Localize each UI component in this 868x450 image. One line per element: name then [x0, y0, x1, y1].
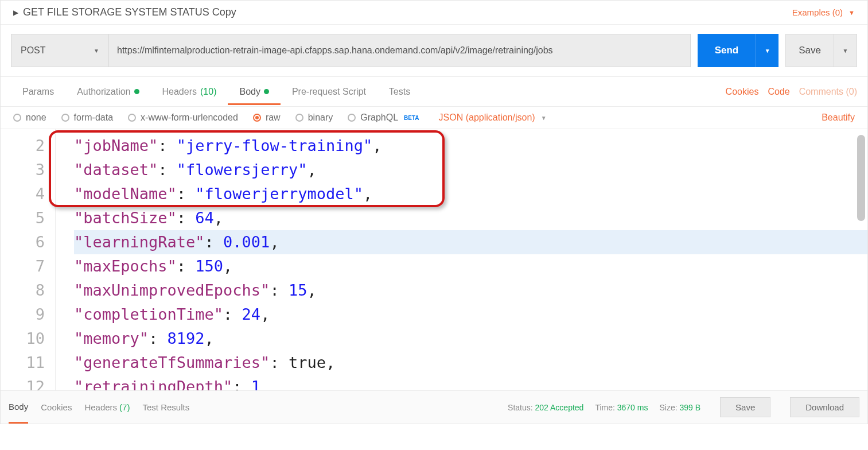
- send-dropdown-button[interactable]: ▼: [756, 34, 779, 67]
- bodytype-xwww[interactable]: x-www-form-urlencoded: [128, 113, 238, 123]
- bodytype-binary[interactable]: binary: [295, 113, 333, 123]
- code-line[interactable]: "generateTfSummaries": true,: [74, 351, 867, 375]
- code-line[interactable]: "retrainingDepth": 1: [74, 375, 867, 390]
- status-value: 202 Accepted: [535, 403, 584, 412]
- bodytype-graphql[interactable]: GraphQLBETA: [348, 113, 419, 123]
- content-type-dropdown[interactable]: JSON (application/json)▼: [439, 113, 547, 123]
- code-link[interactable]: Code: [768, 87, 789, 97]
- tab-params[interactable]: Params: [11, 79, 65, 105]
- status-block: Status: 202 Accepted: [508, 403, 583, 412]
- code-line[interactable]: "learningRate": 0.001,: [74, 230, 867, 254]
- examples-label: Examples (0): [792, 7, 843, 17]
- ftab-cookies[interactable]: Cookies: [41, 391, 72, 424]
- radio-icon: [348, 114, 356, 122]
- beautify-link[interactable]: Beautify: [822, 113, 855, 123]
- indicator-dot-icon: [134, 89, 139, 94]
- bodytype-formdata[interactable]: form-data: [61, 113, 113, 123]
- ftab-body[interactable]: Body: [9, 391, 28, 424]
- send-button[interactable]: Send: [698, 34, 756, 67]
- tab-label: Headers: [162, 87, 197, 97]
- code-line[interactable]: "completionTime": 24,: [74, 302, 867, 327]
- radio-label: x-www-form-urlencoded: [141, 113, 238, 123]
- indicator-dot-icon: [264, 89, 269, 94]
- ftab-tests[interactable]: Test Results: [142, 391, 189, 424]
- request-tabs: Params Authorization Headers (10) Body P…: [1, 77, 867, 107]
- chevron-down-icon: ▼: [541, 115, 547, 121]
- code-line[interactable]: "dataset": "flowersjerry",: [74, 158, 867, 182]
- radio-icon: [253, 114, 261, 122]
- tab-prerequest[interactable]: Pre-request Script: [281, 79, 377, 105]
- save-button[interactable]: Save: [785, 34, 834, 67]
- comments-link[interactable]: Comments (0): [799, 87, 857, 97]
- code-line[interactable]: "batchSize": 64,: [74, 206, 867, 230]
- response-footer: Body Cookies Headers (7) Test Results St…: [1, 390, 867, 424]
- tab-headers[interactable]: Headers (10): [151, 79, 228, 105]
- chevron-down-icon: ▼: [843, 48, 848, 54]
- tab-body[interactable]: Body: [228, 79, 280, 105]
- chevron-down-icon: ▼: [94, 48, 99, 54]
- radio-label: GraphQL: [360, 113, 398, 123]
- radio-label: binary: [308, 113, 333, 123]
- tab-label: Authorization: [77, 87, 130, 97]
- body-type-row: none form-data x-www-form-urlencoded raw…: [1, 107, 867, 129]
- chevron-down-icon: ▼: [848, 9, 855, 16]
- method-select[interactable]: POST ▼: [11, 34, 108, 67]
- scrollbar-thumb[interactable]: [857, 135, 865, 221]
- tab-authorization[interactable]: Authorization: [65, 79, 150, 105]
- cookies-link[interactable]: Cookies: [726, 87, 759, 97]
- headers-count: (10): [200, 87, 216, 97]
- size-block: Size: 399 B: [659, 403, 700, 412]
- save-button-group: Save ▼: [785, 34, 857, 67]
- response-download-button[interactable]: Download: [790, 397, 859, 417]
- code-line[interactable]: "memory": 8192,: [74, 327, 867, 351]
- tab-tests[interactable]: Tests: [377, 79, 422, 105]
- chevron-down-icon: ▼: [765, 48, 770, 54]
- examples-dropdown[interactable]: Examples (0) ▼: [792, 7, 855, 17]
- radio-icon: [295, 114, 303, 122]
- bodytype-none[interactable]: none: [13, 113, 46, 123]
- request-title[interactable]: GET FILE STORAGE SYSTEM STATUS Copy: [23, 6, 792, 18]
- radio-label: raw: [266, 113, 281, 123]
- send-button-group: Send ▼: [698, 34, 779, 67]
- code-line[interactable]: "modelName": "flowerjerrymodel",: [74, 182, 867, 206]
- response-save-button[interactable]: Save: [720, 397, 770, 417]
- time-block: Time: 3670 ms: [595, 403, 648, 412]
- radio-label: form-data: [74, 113, 113, 123]
- code-area[interactable]: "jobName": "jerry-flow-training","datase…: [56, 129, 867, 390]
- content-type-label: JSON (application/json): [439, 113, 535, 123]
- beta-badge: BETA: [404, 115, 419, 121]
- code-line[interactable]: "jobName": "jerry-flow-training",: [74, 134, 867, 158]
- url-row: POST ▼ https://mlfinternalproduction-ret…: [1, 25, 867, 77]
- radio-icon: [128, 114, 136, 122]
- ftab-count: (7): [119, 402, 130, 412]
- ftab-headers[interactable]: Headers (7): [84, 391, 130, 424]
- request-header: ▶ GET FILE STORAGE SYSTEM STATUS Copy Ex…: [1, 1, 867, 25]
- line-gutter: 23456789101112: [1, 129, 56, 390]
- code-line[interactable]: "maxUnimprovedEpochs": 15,: [74, 278, 867, 302]
- radio-label: none: [26, 113, 46, 123]
- collapse-caret-icon[interactable]: ▶: [13, 9, 18, 17]
- size-label: Size:: [659, 403, 677, 412]
- url-input[interactable]: https://mlfinternalproduction-retrain-im…: [108, 34, 691, 67]
- body-editor[interactable]: 23456789101112 "jobName": "jerry-flow-tr…: [1, 129, 867, 390]
- url-value: https://mlfinternalproduction-retrain-im…: [117, 45, 553, 56]
- time-value: 3670 ms: [617, 403, 648, 412]
- tab-label: Body: [239, 87, 260, 97]
- radio-icon: [61, 114, 69, 122]
- bodytype-raw[interactable]: raw: [253, 113, 281, 123]
- ftab-label: Headers: [84, 402, 117, 412]
- time-label: Time:: [595, 403, 614, 412]
- size-value: 399 B: [679, 403, 700, 412]
- status-label: Status:: [508, 403, 533, 412]
- method-value: POST: [21, 45, 46, 56]
- radio-icon: [13, 114, 21, 122]
- save-dropdown-button[interactable]: ▼: [834, 34, 857, 67]
- code-line[interactable]: "maxEpochs": 150,: [74, 254, 867, 278]
